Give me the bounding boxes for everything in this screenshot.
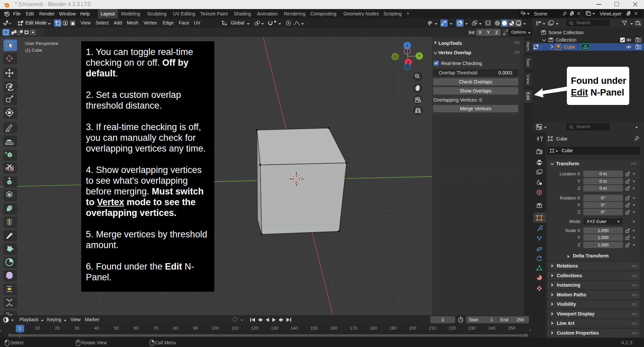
svg-text:Y: Y [418, 54, 421, 58]
svg-text:Z: Z [406, 44, 409, 48]
